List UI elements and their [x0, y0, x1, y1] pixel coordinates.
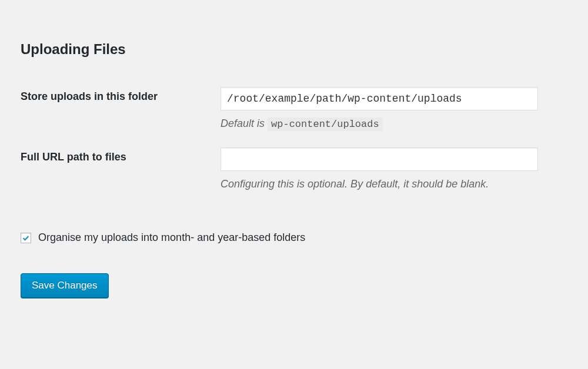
- upload-path-input[interactable]: [220, 87, 538, 110]
- url-path-help: Configuring this is optional. By default…: [220, 178, 567, 190]
- section-heading: Uploading Files: [21, 41, 567, 58]
- upload-path-help: Default is wp-content/uploads: [220, 118, 567, 130]
- url-path-input[interactable]: [220, 147, 538, 171]
- upload-path-label: Store uploads in this folder: [21, 87, 220, 147]
- organize-uploads-label[interactable]: Organise my uploads into month- and year…: [38, 232, 305, 244]
- check-icon: [22, 234, 30, 242]
- upload-path-help-code: wp-content/uploads: [268, 118, 383, 131]
- organize-uploads-checkbox[interactable]: [21, 233, 31, 243]
- save-changes-button[interactable]: Save Changes: [21, 273, 109, 298]
- url-path-label: Full URL path to files: [21, 147, 220, 208]
